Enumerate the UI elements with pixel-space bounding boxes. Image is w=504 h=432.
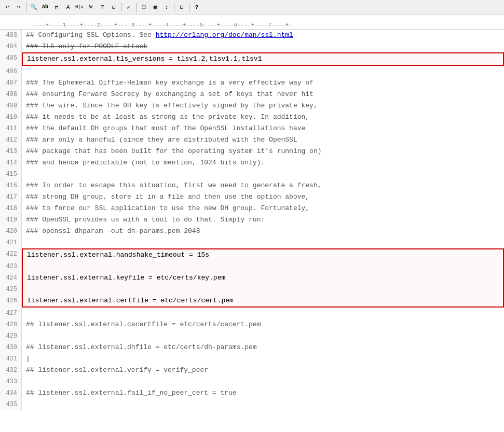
hx-icon[interactable]: H|x bbox=[74, 2, 85, 12]
line-416[interactable]: 416### In order to escape this situation… bbox=[0, 180, 504, 191]
align-icon[interactable]: ≡ bbox=[97, 2, 107, 12]
line-content-405[interactable]: listener.ssl.external.tls_versions = tls… bbox=[22, 52, 504, 66]
line-content-404[interactable]: ### TLS only for POODLE attack bbox=[22, 41, 504, 52]
line-content-423[interactable] bbox=[22, 261, 504, 272]
line-435[interactable]: 435 bbox=[0, 399, 504, 410]
line-content-431[interactable]: | bbox=[22, 353, 504, 365]
wrap-icon[interactable]: W bbox=[86, 2, 96, 12]
separator-1 bbox=[26, 3, 26, 12]
redo-icon[interactable]: ↪ bbox=[13, 2, 24, 12]
ssl-doc-link[interactable]: http://erlang.org/doc/man/ssl.html bbox=[156, 31, 293, 39]
line-426[interactable]: 426listener.ssl.external.certfile = etc/… bbox=[0, 295, 504, 308]
line-407[interactable]: 407### The Ephemeral Diffie-Helman key e… bbox=[0, 77, 504, 89]
line-406[interactable]: 406 bbox=[0, 66, 504, 77]
line-content-432[interactable]: ## listener.ssl.external.verify = verify… bbox=[22, 365, 504, 376]
line-431[interactable]: 431| bbox=[0, 353, 504, 365]
line-number-408: 408 bbox=[0, 89, 22, 100]
line-content-407[interactable]: ### The Ephemeral Diffie-Helman key exch… bbox=[22, 77, 504, 89]
line-content-403[interactable]: ## Configuring SSL Options. See http://e… bbox=[22, 30, 504, 41]
format-a-icon[interactable]: A bbox=[63, 2, 73, 12]
line-number-414: 414 bbox=[0, 157, 22, 169]
line-content-418[interactable]: ### to force our SSL application to use … bbox=[22, 203, 504, 214]
line-content-409[interactable]: ### the wire. Since the DH key is effect… bbox=[22, 100, 504, 112]
line-content-430[interactable]: ## listener.ssl.external.dhfile = etc/ce… bbox=[22, 342, 504, 353]
line-content-435[interactable] bbox=[22, 399, 504, 410]
line-content-428[interactable]: ## listener.ssl.external.cacertfile = et… bbox=[22, 319, 504, 330]
line-number-430: 430 bbox=[0, 342, 22, 353]
check-icon[interactable]: ✓ bbox=[124, 2, 134, 12]
line-content-434[interactable]: ## listener.ssl.external.fail_if_no_peer… bbox=[22, 387, 504, 399]
line-428[interactable]: 428## listener.ssl.external.cacertfile =… bbox=[0, 319, 504, 330]
line-content-413[interactable]: ### package that has been built for the … bbox=[22, 146, 504, 157]
line-430[interactable]: 430## listener.ssl.external.dhfile = etc… bbox=[0, 342, 504, 353]
line-434[interactable]: 434## listener.ssl.external.fail_if_no_p… bbox=[0, 387, 504, 399]
line-content-419[interactable]: ### OpenSSL provides us with a tool to d… bbox=[22, 214, 504, 226]
search-icon[interactable]: 🔍 bbox=[29, 2, 39, 12]
line-content-433[interactable] bbox=[22, 376, 504, 387]
line-417[interactable]: 417### strong DH group, store it in a fi… bbox=[0, 191, 504, 203]
replace-icon[interactable]: ⇄ bbox=[51, 2, 62, 12]
line-number-427: 427 bbox=[0, 308, 22, 319]
line-419[interactable]: 419### OpenSSL provides us with a tool t… bbox=[0, 214, 504, 226]
line-420[interactable]: 420### openssl dhparam -out dh-params.pe… bbox=[0, 226, 504, 237]
line-content-427[interactable] bbox=[22, 308, 504, 319]
line-number-418: 418 bbox=[0, 203, 22, 214]
line-content-417[interactable]: ### strong DH group, store it in a file … bbox=[22, 191, 504, 203]
line-number-409: 409 bbox=[0, 100, 22, 112]
line-421[interactable]: 421 bbox=[0, 237, 504, 248]
line-424[interactable]: 424listener.ssl.external.keyfile = etc/c… bbox=[0, 272, 504, 284]
line-number-421: 421 bbox=[0, 237, 22, 248]
line-410[interactable]: 410### it needs to be at least as strong… bbox=[0, 112, 504, 123]
columns-icon[interactable]: ⊟ bbox=[108, 2, 119, 12]
line-429[interactable]: 429 bbox=[0, 330, 504, 342]
line-number-417: 417 bbox=[0, 191, 22, 203]
line-content-426[interactable]: listener.ssl.external.certfile = etc/cer… bbox=[22, 295, 504, 308]
line-409[interactable]: 409### the wire. Since the DH key is eff… bbox=[0, 100, 504, 112]
line-content-412[interactable]: ### are only a handful (since they are d… bbox=[22, 134, 504, 146]
line-425[interactable]: 425 bbox=[0, 284, 504, 295]
line-content-415[interactable] bbox=[22, 169, 504, 180]
line-number-432: 432 bbox=[0, 365, 22, 376]
line-432[interactable]: 432## listener.ssl.external.verify = ver… bbox=[0, 365, 504, 376]
line-412[interactable]: 412### are only a handful (since they ar… bbox=[0, 134, 504, 146]
line-422[interactable]: 422listener.ssl.external.handshake_timeo… bbox=[0, 248, 504, 261]
line-number-419: 419 bbox=[0, 214, 22, 226]
line-number-428: 428 bbox=[0, 319, 22, 330]
undo-icon[interactable]: ↩ bbox=[2, 2, 12, 12]
line-433[interactable]: 433 bbox=[0, 376, 504, 387]
line-content-429[interactable] bbox=[22, 330, 504, 342]
line-content-416[interactable]: ### In order to escape this situation, f… bbox=[22, 180, 504, 191]
line-408[interactable]: 408### ensuring Forward Secrecy by excha… bbox=[0, 89, 504, 100]
line-413[interactable]: 413### package that has been built for t… bbox=[0, 146, 504, 157]
line-content-408[interactable]: ### ensuring Forward Secrecy by exchangi… bbox=[22, 89, 504, 100]
line-418[interactable]: 418### to force our SSL application to u… bbox=[0, 203, 504, 214]
line-number-403: 403 bbox=[0, 30, 22, 41]
line-content-410[interactable]: ### it needs to be at least as strong as… bbox=[22, 112, 504, 123]
line-405[interactable]: 405listener.ssl.external.tls_versions = … bbox=[0, 52, 504, 66]
line-415[interactable]: 415 bbox=[0, 169, 504, 180]
line-number-431: 431 bbox=[0, 353, 22, 365]
line-content-406[interactable] bbox=[22, 66, 504, 77]
square-icon[interactable]: □ bbox=[139, 2, 149, 12]
line-content-425[interactable] bbox=[22, 284, 504, 295]
line-content-424[interactable]: listener.ssl.external.keyfile = etc/cert… bbox=[22, 272, 504, 284]
line-411[interactable]: 411### the default DH groups that most o… bbox=[0, 123, 504, 134]
table-icon[interactable]: ▦ bbox=[150, 2, 160, 12]
editor[interactable]: 403## Configuring SSL Options. See http:… bbox=[0, 30, 504, 432]
line-content-414[interactable]: ### and hence predictable (not to mentio… bbox=[22, 157, 504, 169]
line-number-433: 433 bbox=[0, 376, 22, 387]
line-427[interactable]: 427 bbox=[0, 308, 504, 319]
line-content-420[interactable]: ### openssl dhparam -out dh-params.pem 2… bbox=[22, 226, 504, 237]
line-414[interactable]: 414### and hence predictable (not to men… bbox=[0, 157, 504, 169]
find-ab-icon[interactable]: Ab bbox=[40, 2, 50, 12]
line-content-411[interactable]: ### the default DH groups that most of t… bbox=[22, 123, 504, 134]
help-icon[interactable]: ? bbox=[192, 2, 202, 12]
line-403[interactable]: 403## Configuring SSL Options. See http:… bbox=[0, 30, 504, 41]
line-423[interactable]: 423 bbox=[0, 261, 504, 272]
line-number-407: 407 bbox=[0, 77, 22, 89]
line-404[interactable]: 404### TLS only for POODLE attack bbox=[0, 41, 504, 52]
pipe-icon[interactable]: ⊟ bbox=[176, 2, 187, 12]
line-content-422[interactable]: listener.ssl.external.handshake_timeout … bbox=[22, 248, 504, 261]
line-content-421[interactable] bbox=[22, 237, 504, 248]
expand-icon[interactable]: ↕ bbox=[161, 2, 172, 12]
